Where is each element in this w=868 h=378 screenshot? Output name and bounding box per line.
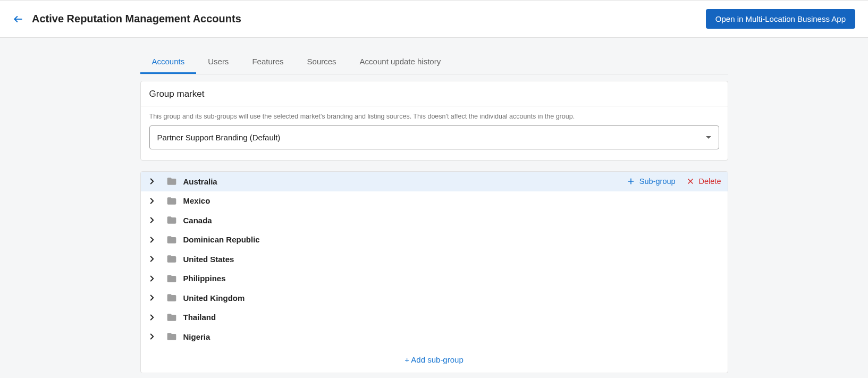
group-market-help: This group and its sub-groups will use t… xyxy=(149,112,719,120)
tree-row-label: Nigeria xyxy=(183,332,721,341)
folder-icon xyxy=(166,274,177,283)
tree-row[interactable]: Canada xyxy=(141,211,728,230)
group-market-card: Group market This group and its sub-grou… xyxy=(140,81,728,161)
tree-row-label: United States xyxy=(183,255,721,264)
group-market-select[interactable]: Partner Support Branding (Default) xyxy=(149,125,719,149)
tree-row-label: Mexico xyxy=(183,196,721,205)
folder-icon xyxy=(166,236,177,244)
group-market-title: Group market xyxy=(141,81,728,106)
tree-row[interactable]: Mexico xyxy=(141,191,728,211)
chevron-right-icon[interactable] xyxy=(147,332,157,341)
folder-icon xyxy=(166,293,177,302)
tabs: AccountsUsersFeaturesSourcesAccount upda… xyxy=(140,51,728,74)
tree-row[interactable]: Philippines xyxy=(141,269,728,289)
page-title: Active Reputation Management Accounts xyxy=(32,13,241,25)
header-left: Active Reputation Management Accounts xyxy=(13,13,241,25)
chevron-right-icon[interactable] xyxy=(147,177,157,186)
tree-row-label: Thailand xyxy=(183,313,721,322)
tree-card: AustraliaSub-groupDeleteMexicoCanadaDomi… xyxy=(140,171,728,373)
tree-row[interactable]: United Kingdom xyxy=(141,288,728,308)
group-market-selected-value: Partner Support Branding (Default) xyxy=(157,133,281,142)
tree-row-label: Canada xyxy=(183,216,721,225)
folder-icon xyxy=(166,177,177,186)
tree-row[interactable]: Nigeria xyxy=(141,327,728,347)
chevron-right-icon[interactable] xyxy=(147,196,157,206)
folder-icon xyxy=(166,313,177,322)
close-icon xyxy=(686,177,695,186)
folder-icon xyxy=(166,255,177,263)
folder-icon xyxy=(166,197,177,205)
page-header: Active Reputation Management Accounts Op… xyxy=(0,0,868,38)
folder-icon xyxy=(166,332,177,341)
plus-icon xyxy=(627,177,635,186)
tree-row-label: Philippines xyxy=(183,274,721,283)
subgroup-label: Sub-group xyxy=(639,177,676,186)
tree-row-label: United Kingdom xyxy=(183,293,721,303)
tab-users[interactable]: Users xyxy=(196,51,240,74)
tree-row-label: Dominican Republic xyxy=(183,235,721,244)
chevron-right-icon[interactable] xyxy=(147,293,157,303)
tab-accounts[interactable]: Accounts xyxy=(140,51,197,74)
tab-features[interactable]: Features xyxy=(240,51,295,74)
chevron-right-icon[interactable] xyxy=(147,254,157,264)
tab-account-update-history[interactable]: Account update history xyxy=(348,51,453,74)
delete-label: Delete xyxy=(699,177,721,186)
chevron-right-icon[interactable] xyxy=(147,215,157,225)
group-market-body: This group and its sub-groups will use t… xyxy=(141,106,728,160)
chevron-right-icon[interactable] xyxy=(147,313,157,322)
row-actions: Sub-groupDelete xyxy=(627,177,721,186)
open-multi-location-button[interactable]: Open in Multi-Location Business App xyxy=(706,9,855,29)
tree-row-label: Australia xyxy=(183,177,627,186)
chevron-right-icon[interactable] xyxy=(147,235,157,245)
subgroup-button[interactable]: Sub-group xyxy=(627,177,676,186)
add-subgroup-button[interactable]: + Add sub-group xyxy=(141,347,728,373)
tree-row[interactable]: United States xyxy=(141,249,728,269)
tree-row[interactable]: Thailand xyxy=(141,308,728,327)
tree-row[interactable]: Dominican Republic xyxy=(141,230,728,250)
back-arrow-icon[interactable] xyxy=(13,14,23,24)
tree-row[interactable]: AustraliaSub-groupDelete xyxy=(141,172,728,191)
folder-icon xyxy=(166,216,177,224)
delete-button[interactable]: Delete xyxy=(686,177,721,186)
tree-container: AustraliaSub-groupDeleteMexicoCanadaDomi… xyxy=(141,172,728,347)
tab-sources[interactable]: Sources xyxy=(296,51,348,74)
dropdown-arrow-icon xyxy=(706,136,711,139)
chevron-right-icon[interactable] xyxy=(147,274,157,283)
main-container: AccountsUsersFeaturesSourcesAccount upda… xyxy=(140,38,728,373)
